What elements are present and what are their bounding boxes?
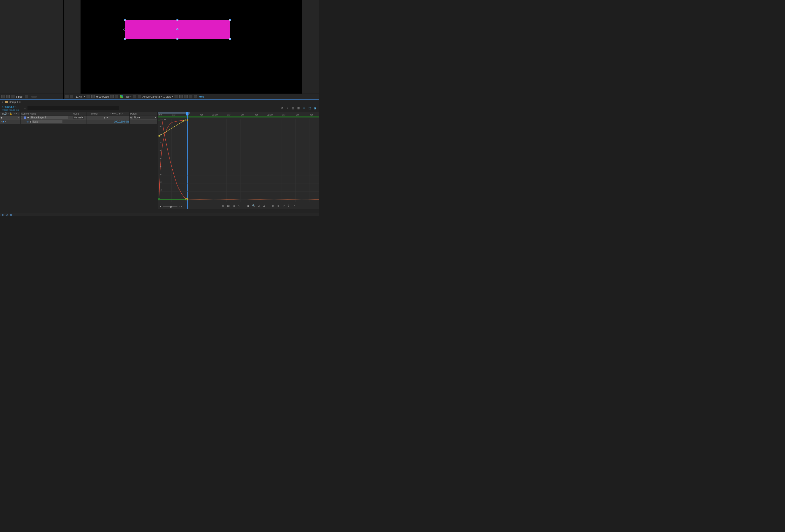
vf-ic-b[interactable] — [179, 95, 183, 98]
stopwatch-icon[interactable]: ◷ — [27, 120, 29, 123]
toggle-modes-icon[interactable]: ⊕ — [6, 213, 9, 216]
layer-row[interactable]: ◉ ▼ 1 ★ Shape Layer 1 Normal▾ ⊕ ✦ / — [0, 116, 158, 120]
snap-icon[interactable]: ⬚ — [308, 106, 311, 110]
vf-ic-a[interactable] — [175, 95, 178, 98]
layer-duration-bar[interactable] — [158, 117, 319, 118]
ge-edit-icon[interactable]: ◈ — [277, 204, 281, 208]
ruler-tick[interactable]: 15f — [227, 113, 230, 116]
ge-easein-icon[interactable]: ⌐⌒ — [308, 204, 311, 208]
ruler-tick[interactable]: 02:00f — [267, 113, 273, 116]
vf-ic-c[interactable] — [184, 95, 187, 98]
property-name[interactable]: Scale — [32, 120, 62, 123]
exposure-value[interactable]: +0.0 — [199, 95, 204, 98]
solo-icon[interactable]: ● — [7, 112, 9, 115]
time-ruler[interactable]: ):00f15f30f45f01:00f15f30f45f02:00f15f30… — [158, 112, 319, 117]
mode-dropdown[interactable]: Normal▾ — [73, 116, 84, 119]
property-row[interactable]: ◀ ◆ ▶ ◷ ⩍ Scale 100.0,100.0% — [0, 120, 158, 124]
transparency-grid-icon[interactable] — [138, 95, 141, 98]
ge-fitall-icon[interactable]: ⊞ — [263, 204, 266, 208]
folder-icon[interactable] — [6, 95, 10, 98]
vf-ic-d[interactable] — [189, 95, 193, 98]
views-dropdown[interactable]: 1 View▾ — [163, 95, 173, 98]
trash-icon[interactable] — [25, 95, 28, 98]
footer-icon-1[interactable] — [1, 95, 5, 98]
roi-icon[interactable] — [133, 95, 136, 98]
exposure-reset-icon[interactable] — [194, 95, 197, 98]
frame-blend-icon[interactable]: ▤ — [291, 106, 295, 110]
parent-dropdown[interactable]: None▾ — [133, 116, 157, 119]
ruler-tick[interactable]: 30f — [241, 113, 244, 116]
tab-menu-icon[interactable]: ≡ — [19, 101, 21, 103]
viewer-timecode[interactable]: 0:00:00:30 — [96, 95, 109, 98]
slider[interactable] — [31, 96, 37, 98]
twirl-down-icon[interactable]: ▼ — [18, 117, 20, 119]
ruler-tick[interactable]: 15f — [172, 113, 176, 116]
work-area-bar[interactable] — [158, 112, 190, 113]
speaker-icon[interactable]: 🔊 — [4, 112, 7, 115]
playhead-head-icon[interactable] — [186, 112, 188, 115]
snapshot-icon[interactable] — [110, 95, 113, 98]
property-value[interactable]: 100.0,100.0% — [114, 120, 129, 123]
layer-eye-icon[interactable]: ◉ — [0, 116, 3, 119]
ruler-tick[interactable]: 45f — [255, 113, 258, 116]
eye-icon[interactable]: ◉ — [2, 112, 4, 115]
ge-hold-icon[interactable]: ⬏ — [293, 204, 297, 208]
next-kf-icon[interactable]: ▶ — [5, 121, 6, 123]
ge-fit-icon[interactable]: 🔍 — [252, 204, 256, 208]
zoom-slider[interactable]: ▲ ▲▲ — [160, 205, 183, 208]
source-name-col[interactable]: Source Name — [21, 112, 72, 115]
nudge-icon[interactable] — [65, 95, 69, 98]
monitor-icon[interactable] — [70, 95, 73, 98]
ge-autozoom-icon[interactable]: ⊡ — [257, 204, 261, 208]
motion-blur-icon[interactable]: ▦ — [297, 106, 300, 110]
ruler-tick[interactable]: 30f — [296, 113, 299, 116]
comp-mini-flow-icon[interactable]: ⇄ — [280, 106, 283, 110]
toggle-switches-icon[interactable]: ⊞ — [1, 213, 4, 216]
mask-icon[interactable] — [92, 95, 95, 98]
layer-switch-icons[interactable]: ⊕ ✦ / — [104, 117, 109, 119]
add-kf-icon[interactable]: ◆ — [3, 121, 4, 123]
timeline-timecode[interactable]: 0:00:00:30 — [2, 105, 18, 109]
search-icon[interactable]: ⌕ — [24, 107, 26, 109]
ge-eye-icon[interactable]: ◉ — [222, 204, 225, 208]
ge-snap-icon[interactable]: ∩ — [238, 204, 241, 208]
bpc-label[interactable]: 8 bpc — [16, 95, 22, 98]
tab-close-icon[interactable]: × — [1, 101, 3, 103]
show-snapshot-icon[interactable] — [115, 95, 118, 98]
graph-editor[interactable]: ):00f15f30f45f01:00f15f30f45f02:00f15f30… — [158, 112, 319, 209]
markers-icon[interactable]: ▣ — [313, 106, 317, 110]
camera-dropdown[interactable]: Active Camera▾ — [143, 95, 162, 98]
ge-graph-type-icon[interactable]: ▨ — [232, 204, 236, 208]
draft3d-icon[interactable]: ✦ — [285, 106, 289, 110]
res-icon[interactable] — [86, 95, 90, 98]
shape-layer-rect[interactable] — [125, 20, 230, 39]
timeline-search-input[interactable] — [27, 106, 119, 110]
prev-kf-icon[interactable]: ◀ — [1, 121, 2, 123]
lock-icon[interactable]: 🔒 — [9, 112, 12, 115]
switches-icons[interactable]: ⊕✦\ fx ⬚ ◉ ⬡ — [110, 112, 123, 115]
ge-easyease-icon[interactable]: ⌒⌒ — [302, 204, 306, 208]
braces-icon[interactable]: {} — [10, 213, 13, 216]
comp-viewer[interactable] — [80, 0, 302, 94]
project-panel[interactable]: 8 bpc — [0, 0, 64, 99]
ruler-tick[interactable]: 45f — [310, 113, 313, 116]
layer-color-icon[interactable] — [24, 117, 26, 119]
ge-transform-icon[interactable]: ▣ — [247, 204, 250, 208]
ge-easeout-icon[interactable]: ⌒¬ — [313, 204, 316, 208]
layer-name[interactable]: Shape Layer 1 — [30, 116, 68, 119]
graph-editor-icon[interactable]: ⎘ — [302, 106, 306, 110]
ge-choose-props-icon[interactable]: ▦ — [227, 204, 230, 208]
graph-area[interactable]: 100 % 90 80 70 60 50 40 30 20 10 — [158, 119, 319, 202]
keyframe-diamond-icon[interactable] — [123, 28, 126, 31]
ruler-tick[interactable]: 15f — [282, 113, 285, 116]
ruler-tick[interactable]: ):00f — [158, 113, 162, 116]
project-body[interactable] — [0, 0, 64, 94]
pickwhip-icon[interactable]: ⊚ — [130, 116, 132, 119]
zoom-dropdown[interactable]: (117%)▾ — [75, 95, 85, 98]
ruler-tick[interactable]: 01:00f — [212, 113, 218, 116]
resolution-dropdown[interactable]: Half▾ — [125, 95, 131, 98]
ge-separate-icon[interactable]: ◆ — [272, 204, 275, 208]
ge-autobezier-icon[interactable]: ⤴ — [288, 204, 291, 208]
tag-col-icon[interactable]: 🏷 — [14, 112, 17, 115]
comp-tab[interactable]: Comp 1 ≡ — [4, 100, 22, 104]
